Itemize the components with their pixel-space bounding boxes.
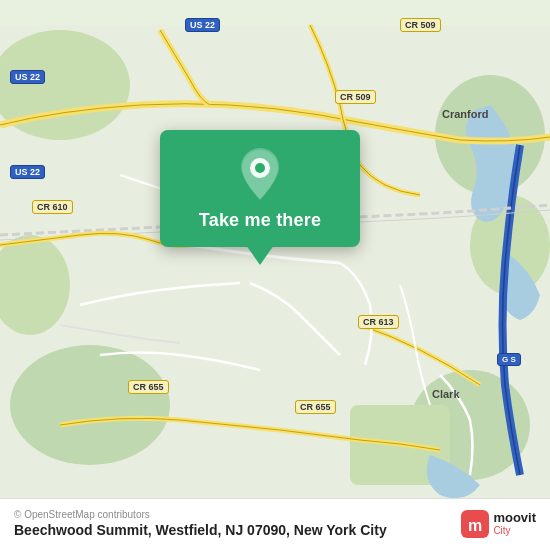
bottom-bar: © OpenStreetMap contributors Beechwood S… — [0, 498, 550, 550]
road-badge-gs-pkwy: G S — [497, 353, 521, 366]
road-badge-us22-left2: US 22 — [10, 165, 45, 179]
svg-point-4 — [10, 345, 170, 465]
map-svg — [0, 0, 550, 550]
map-container: US 22 US 22 US 22 CR 509 CR 509 CR 610 C… — [0, 0, 550, 550]
road-badge-cr509-mid: CR 509 — [335, 90, 376, 104]
svg-text:m: m — [468, 517, 482, 534]
svg-point-9 — [255, 163, 265, 173]
road-badge-cr613: CR 613 — [358, 315, 399, 329]
road-badge-cr655-left: CR 655 — [128, 380, 169, 394]
road-badge-us22-left: US 22 — [10, 70, 45, 84]
location-title: Beechwood Summit, Westfield, NJ 07090, N… — [14, 522, 387, 538]
road-badge-cr610: CR 610 — [32, 200, 73, 214]
moovit-tagline: City — [493, 525, 536, 536]
road-badge-cr509-top: CR 509 — [400, 18, 441, 32]
popup-label: Take me there — [199, 210, 321, 231]
town-label-cranford: Cranford — [442, 108, 488, 120]
road-badge-cr655-right: CR 655 — [295, 400, 336, 414]
popup-card[interactable]: Take me there — [160, 130, 360, 247]
road-badge-us22-top: US 22 — [185, 18, 220, 32]
moovit-text: moovit City — [493, 511, 536, 536]
town-label-clark: Clark — [432, 388, 460, 400]
moovit-logo: m moovit City — [461, 510, 536, 538]
location-pin-icon — [234, 148, 286, 200]
bottom-left-info: © OpenStreetMap contributors Beechwood S… — [14, 509, 387, 538]
moovit-icon: m — [461, 510, 489, 538]
attribution-text: © OpenStreetMap contributors — [14, 509, 387, 520]
